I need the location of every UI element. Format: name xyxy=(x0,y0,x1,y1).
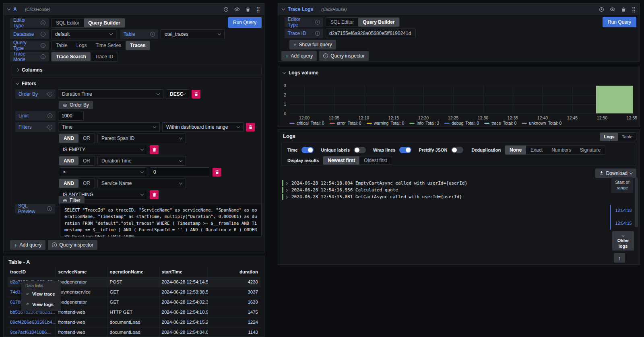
filter-field-select[interactable]: Service Name xyxy=(97,179,186,188)
range-from-time[interactable]: 12:54:18 xyxy=(613,208,634,213)
option-table-view[interactable]: Table xyxy=(618,133,636,141)
filter-field-select[interactable]: Duration Time xyxy=(97,156,186,166)
info-icon[interactable]: i xyxy=(47,92,52,97)
trace-id-link[interactable]: 89cf4286e631591b4... xyxy=(10,320,56,325)
query-inspector-button[interactable]: i Query inspector xyxy=(319,51,369,61)
remove-order-by-button[interactable] xyxy=(192,90,200,99)
history-icon[interactable] xyxy=(599,7,604,12)
filter-operator-select[interactable]: IS EMPTY xyxy=(59,145,147,154)
log-entry[interactable]: ❯ 2024-06-28 12:54:16.956 Calculated quo… xyxy=(282,187,467,193)
download-button[interactable]: Download xyxy=(595,168,636,178)
info-icon[interactable]: i xyxy=(41,32,45,37)
filter-field-select[interactable]: Parent Span ID xyxy=(97,134,186,143)
expand-chevron-icon[interactable] xyxy=(16,68,19,72)
option-logs[interactable]: Logs xyxy=(72,41,91,50)
legend-item[interactable]: debugTotal: 0 xyxy=(444,121,479,125)
info-icon[interactable]: i xyxy=(315,20,320,25)
option-numbers[interactable]: Numbers xyxy=(547,146,576,154)
remove-filter-button[interactable] xyxy=(150,145,159,154)
add-query-button[interactable]: + Add query xyxy=(10,240,45,250)
expand-chevron-icon[interactable]: ❯ xyxy=(286,181,289,185)
query-type-switch[interactable]: Table Logs Time Series Traces xyxy=(51,41,150,50)
collapse-chevron-icon[interactable] xyxy=(16,81,19,84)
option-newest-first[interactable]: Newest first xyxy=(323,156,359,164)
view-trace-link[interactable]: View trace xyxy=(25,290,57,298)
collapse-chevron-icon[interactable] xyxy=(7,7,10,10)
option-and[interactable]: AND xyxy=(59,156,78,165)
column-header[interactable]: duration xyxy=(208,267,260,277)
prettify-json-toggle[interactable] xyxy=(451,147,463,153)
option-sql-editor[interactable]: SQL Editor xyxy=(52,18,84,27)
info-icon[interactable]: i xyxy=(41,21,45,25)
column-header[interactable]: startTime xyxy=(159,267,208,277)
log-entry[interactable]: ❯ 2024-06-28 12:54:15.081 GetCartAsync c… xyxy=(282,193,467,200)
columns-section[interactable]: Columns xyxy=(12,65,262,75)
log-entry[interactable]: ❯ 2024-06-28 12:54:18.004 EmptyCartAsync… xyxy=(282,180,467,187)
filter-operator-select[interactable]: Within dashboard time range xyxy=(162,122,244,132)
option-or[interactable]: OR xyxy=(78,156,95,165)
limit-input[interactable] xyxy=(58,111,84,121)
info-icon[interactable]: i xyxy=(41,43,45,48)
info-icon[interactable]: i xyxy=(41,54,45,59)
legend-item[interactable]: errorTotal: 0 xyxy=(330,121,361,125)
drag-handle-icon[interactable]: ⣿ xyxy=(632,7,636,12)
eye-icon[interactable] xyxy=(234,6,240,12)
bool-operator-switch[interactable]: AND OR xyxy=(59,179,95,188)
drag-handle-icon[interactable]: ⣿ xyxy=(256,7,260,12)
scroll-to-top-button[interactable]: ↑ xyxy=(614,253,625,263)
time-toggle[interactable] xyxy=(301,147,314,153)
remove-filter-button[interactable] xyxy=(213,168,221,177)
order-by-direction-select[interactable]: DESC xyxy=(166,89,189,99)
remove-filter-button[interactable] xyxy=(150,190,159,199)
unique-labels-toggle[interactable] xyxy=(354,147,366,153)
option-and[interactable]: AND xyxy=(59,179,78,188)
legend-item[interactable]: criticalTotal: 0 xyxy=(289,121,324,125)
logs-view-switch[interactable]: Logs Table xyxy=(600,132,636,141)
panel-title[interactable]: A xyxy=(13,6,17,12)
run-query-button[interactable]: Run Query xyxy=(228,17,262,28)
trash-icon[interactable] xyxy=(246,7,250,12)
legend-item[interactable]: infoTotal: 3 xyxy=(409,121,439,125)
column-header[interactable]: traceID xyxy=(8,267,56,277)
panel-title[interactable]: Trace Logs xyxy=(288,6,313,12)
editor-type-switch[interactable]: SQL Editor Query Builder xyxy=(51,18,125,28)
display-results-switch[interactable]: Newest first Oldest first xyxy=(323,156,392,165)
option-logs-view[interactable]: Logs xyxy=(600,133,618,141)
legend-item[interactable]: unknownTotal: 0 xyxy=(522,121,561,125)
trace-id-input[interactable] xyxy=(326,29,416,38)
option-signature[interactable]: Signature xyxy=(576,146,605,154)
info-icon[interactable]: i xyxy=(47,113,52,118)
option-query-builder[interactable]: Query Builder xyxy=(84,18,124,27)
info-icon[interactable]: i xyxy=(315,31,320,36)
option-time-series[interactable]: Time Series xyxy=(91,41,126,50)
option-trace-search[interactable]: Trace Search xyxy=(52,52,91,61)
option-table[interactable]: Table xyxy=(52,41,72,50)
option-or[interactable]: OR xyxy=(78,134,95,143)
run-query-button[interactable]: Run Query xyxy=(603,17,636,27)
collapse-chevron-icon[interactable] xyxy=(282,7,285,10)
legend-item[interactable]: traceTotal: 0 xyxy=(484,121,516,125)
info-icon[interactable]: i xyxy=(150,32,155,37)
query-inspector-button[interactable]: i Query inspector xyxy=(48,240,97,250)
info-icon[interactable]: i xyxy=(47,125,52,129)
trace-id-link[interactable]: 9ce7acf61841886... xyxy=(10,330,51,335)
older-logs-button[interactable]: Older logs xyxy=(612,231,634,251)
add-query-button[interactable]: + Add query xyxy=(281,51,317,61)
option-or[interactable]: OR xyxy=(78,179,95,188)
bool-operator-switch[interactable]: AND OR xyxy=(59,156,95,166)
expand-chevron-icon[interactable]: ❯ xyxy=(286,188,289,192)
logs-scrollbar[interactable] xyxy=(635,177,638,227)
editor-type-switch[interactable]: SQL Editor Query Builder xyxy=(326,17,400,27)
trash-icon[interactable] xyxy=(621,7,626,12)
deduplication-switch[interactable]: None Exact Numbers Signature xyxy=(505,145,605,155)
info-icon[interactable]: i xyxy=(47,206,52,211)
history-icon[interactable] xyxy=(223,7,229,12)
show-full-query-button[interactable]: + Show full query xyxy=(289,40,336,49)
bool-operator-switch[interactable]: AND OR xyxy=(59,134,95,143)
eye-icon[interactable] xyxy=(610,6,615,12)
option-trace-id[interactable]: Trace ID xyxy=(91,52,118,61)
option-sql-editor[interactable]: SQL Editor xyxy=(326,18,358,27)
filter-field-select[interactable]: Time xyxy=(58,122,160,132)
option-traces[interactable]: Traces xyxy=(126,41,150,50)
option-and[interactable]: AND xyxy=(59,134,78,143)
